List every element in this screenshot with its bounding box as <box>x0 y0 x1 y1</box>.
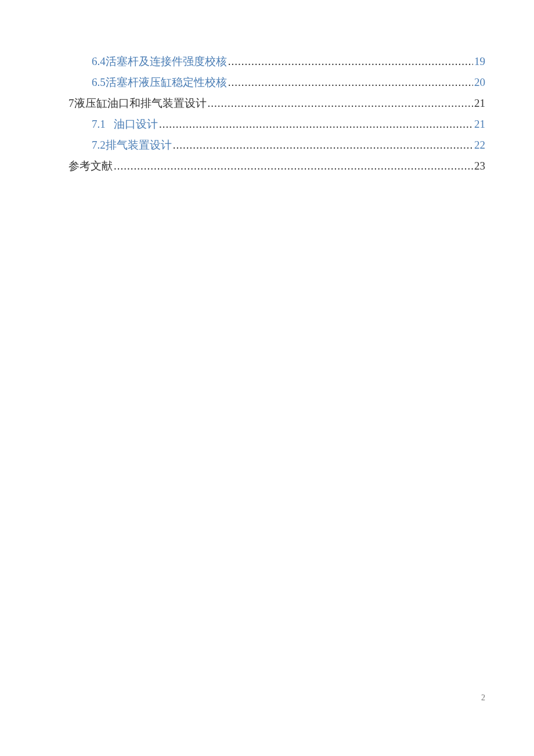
toc-leader-dots <box>159 114 473 135</box>
toc-entry[interactable]: 7.2 排气装置设计 22 <box>68 135 485 156</box>
toc-number: 6.4 <box>92 51 106 72</box>
footer-page-number: 2 <box>481 693 485 703</box>
toc-title: 活塞杆及连接件强度校核 <box>106 51 227 72</box>
toc-title: 排气装置设计 <box>106 135 172 156</box>
toc-number: 7.2 <box>92 135 106 156</box>
toc-entry[interactable]: 7.1 油口设计 21 <box>68 114 485 135</box>
toc-leader-dots <box>228 72 473 93</box>
toc-leader-dots <box>173 135 473 156</box>
toc-title: 活塞杆液压缸稳定性校核 <box>106 72 227 93</box>
document-page: 6.4 活塞杆及连接件强度校核 19 6.5 活塞杆液压缸稳定性校核 20 7 … <box>0 0 534 177</box>
toc-page-number: 20 <box>474 72 485 93</box>
toc-number: 7 <box>68 93 74 114</box>
toc-leader-dots <box>114 156 473 177</box>
toc-title: 液压缸油口和排气装置设计 <box>74 93 207 114</box>
toc-page-number: 19 <box>474 51 485 72</box>
toc-entry[interactable]: 7 液压缸油口和排气装置设计 21 <box>68 93 485 114</box>
toc-entry[interactable]: 参考文献 23 <box>68 156 485 177</box>
toc-entry[interactable]: 6.5 活塞杆液压缸稳定性校核 20 <box>68 72 485 93</box>
toc-leader-dots <box>208 93 474 114</box>
toc-title: 油口设计 <box>114 114 158 135</box>
toc-leader-dots <box>228 51 473 72</box>
toc-number: 7.1 <box>92 114 114 135</box>
toc-entry[interactable]: 6.4 活塞杆及连接件强度校核 19 <box>68 51 485 72</box>
toc-page-number: 21 <box>474 93 485 114</box>
toc-number: 6.5 <box>92 72 106 93</box>
toc-page-number: 21 <box>474 114 485 135</box>
toc-title: 参考文献 <box>68 156 113 177</box>
toc-page-number: 23 <box>474 156 485 177</box>
toc-page-number: 22 <box>474 135 485 156</box>
